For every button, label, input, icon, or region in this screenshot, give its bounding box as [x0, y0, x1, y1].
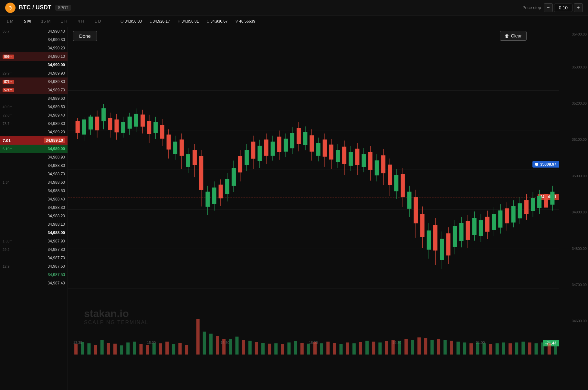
svg-rect-277 [392, 340, 395, 354]
price-tick-35400: 35400.00 [572, 32, 587, 36]
order-volume: 29.9m [3, 71, 19, 75]
order-row: 49.0m 34,989.50 [0, 103, 68, 111]
svg-rect-68 [206, 192, 210, 206]
header: ₿ BTC / USDT SPOT Price step − 0.10 + [0, 0, 588, 15]
order-row: 34,988.90 [0, 153, 68, 161]
svg-rect-179 [446, 234, 450, 255]
ohlcv-bar: 1 M 5 M 15 M 1 H 4 H 1 D O 34,956.80 L 3… [0, 15, 588, 27]
svg-rect-224 [544, 194, 548, 207]
svg-rect-191 [472, 218, 476, 235]
svg-rect-235 [113, 344, 117, 355]
svg-rect-173 [433, 225, 437, 251]
svg-rect-29 [121, 122, 125, 133]
order-price: 34,988.70 [48, 172, 65, 176]
orderbook-panel: 55.7m 34,990.40 34,990.30 34,990.20 509m… [0, 27, 68, 390]
svg-rect-53 [173, 142, 177, 153]
clear-button[interactable]: 🗑 Clear [500, 31, 527, 41]
svg-rect-176 [440, 239, 444, 260]
best-bid-vol: 6.10m [3, 147, 13, 151]
svg-rect-234 [107, 343, 110, 354]
svg-rect-32 [128, 117, 131, 128]
tab-4h[interactable]: 4 H [76, 18, 85, 24]
order-row: 1.34m 34,988.60 [0, 178, 68, 187]
svg-rect-185 [459, 223, 463, 241]
svg-rect-209 [511, 207, 515, 222]
svg-rect-164 [414, 197, 418, 223]
svg-rect-293 [496, 343, 499, 354]
tab-1m[interactable]: 1 M [5, 18, 15, 24]
price-tick-35300: 35300.00 [572, 65, 587, 69]
svg-rect-143 [368, 152, 372, 170]
svg-rect-47 [160, 125, 164, 139]
svg-rect-268 [333, 343, 336, 354]
svg-rect-261 [287, 343, 290, 354]
price-tick-35000: 35000.00 [572, 174, 587, 178]
svg-rect-44 [154, 122, 158, 133]
ohlcv-low: L 34,926.17 [150, 19, 170, 24]
order-row: 34,990.00 [0, 61, 68, 69]
svg-rect-285 [444, 340, 447, 354]
svg-rect-291 [482, 343, 486, 354]
order-row: 1.83m 34,987.90 [0, 237, 68, 245]
svg-rect-125 [329, 145, 333, 159]
price-step-minus-button[interactable]: − [544, 3, 553, 12]
chart-area[interactable]: Done 🗑 Clear stakan.io SCALPING TERMINAL… [68, 27, 559, 390]
svg-rect-101 [277, 137, 281, 152]
svg-rect-122 [323, 140, 327, 157]
order-price: 34,987.70 [48, 256, 65, 260]
svg-rect-296 [515, 343, 518, 354]
ohlcv-open: O 34,956.80 [121, 19, 142, 24]
svg-rect-188 [466, 221, 470, 240]
order-badge: 571m [3, 80, 14, 84]
svg-rect-50 [167, 135, 171, 149]
svg-rect-253 [235, 337, 238, 355]
tab-1d[interactable]: 1 D [93, 18, 102, 24]
svg-rect-8 [76, 121, 79, 133]
svg-rect-80 [232, 168, 236, 186]
clear-label: Clear [511, 33, 522, 38]
svg-rect-246 [222, 339, 226, 354]
tab-5m[interactable]: 5 M [23, 18, 32, 24]
svg-rect-116 [310, 136, 314, 151]
svg-rect-278 [398, 341, 401, 355]
order-volume: 55.7m [3, 29, 19, 33]
svg-rect-77 [225, 180, 229, 194]
svg-rect-212 [518, 203, 522, 218]
current-bid-vol: 7.01 [3, 138, 11, 143]
svg-rect-292 [489, 344, 492, 354]
svg-rect-231 [87, 343, 90, 354]
order-row: 34,988.00 [0, 229, 68, 237]
svg-rect-170 [427, 231, 431, 249]
svg-rect-300 [541, 343, 544, 354]
svg-rect-256 [255, 342, 258, 354]
order-price: 34,988.30 [48, 205, 65, 210]
order-row: 34,988.10 [0, 220, 68, 229]
trash-icon: 🗑 [505, 33, 509, 38]
order-row: 12.9m 34,987.60 [0, 262, 68, 271]
order-price: 34,988.50 [48, 189, 65, 193]
svg-rect-194 [479, 220, 483, 236]
order-price-cyan: 34,987.50 [48, 272, 65, 277]
order-volume: 73.7m [3, 122, 19, 126]
svg-rect-273 [365, 341, 369, 355]
timeframe-tabs: 1 M 5 M 15 M 1 H 4 H 1 D [5, 18, 102, 24]
svg-rect-206 [505, 209, 509, 223]
svg-rect-155 [394, 175, 398, 191]
order-price: 34,988.20 [48, 214, 65, 218]
svg-rect-104 [284, 139, 288, 151]
order-row: 34,988.40 [0, 195, 68, 203]
svg-rect-299 [535, 343, 538, 354]
price-tick-34900: 34900.00 [572, 210, 587, 214]
done-button[interactable]: Done [73, 31, 97, 41]
tab-1h[interactable]: 1 H [59, 18, 68, 24]
svg-rect-65 [199, 157, 203, 190]
order-price: 34,989.70 [48, 88, 65, 92]
order-volume: 12.9m [3, 264, 19, 268]
price-tick-34600: 34600.00 [572, 319, 587, 323]
svg-rect-182 [453, 227, 457, 247]
tab-15m[interactable]: 15 M [40, 18, 52, 24]
order-price: 34,989.30 [48, 121, 65, 126]
order-row: 34,989.20 [0, 128, 68, 136]
price-step-plus-button[interactable]: + [574, 3, 583, 12]
svg-rect-281 [417, 337, 421, 354]
